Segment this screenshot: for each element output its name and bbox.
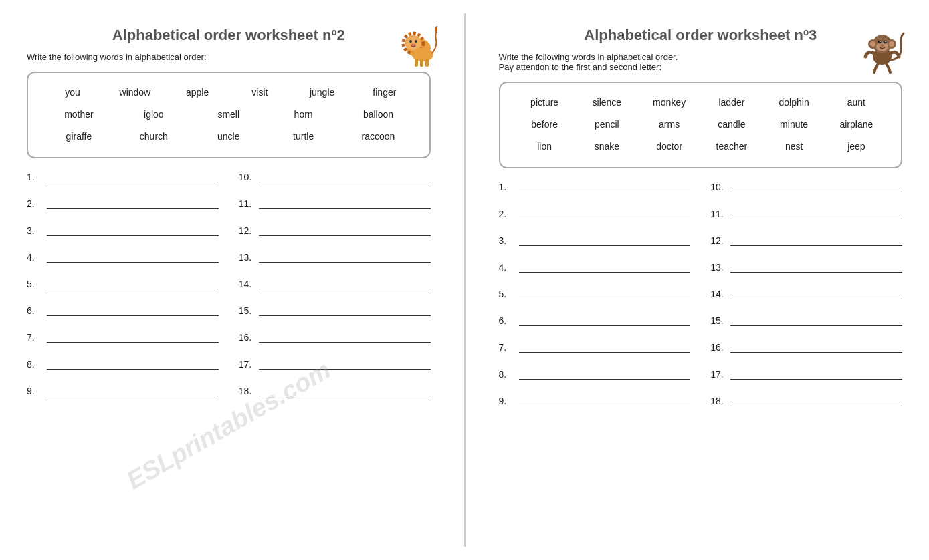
word-lion: lion bbox=[521, 136, 568, 157]
svg-rect-10 bbox=[420, 59, 423, 67]
word-giraffe: giraffe bbox=[56, 126, 102, 147]
answer-5: 5. bbox=[27, 277, 219, 289]
word-picture: picture bbox=[521, 92, 568, 113]
word-balloon: balloon bbox=[355, 104, 402, 125]
svg-point-3 bbox=[406, 37, 421, 50]
lion-icon bbox=[384, 20, 437, 74]
answer-col-2: 10. 11. 12. 13. 14. 15. bbox=[239, 170, 431, 411]
answer-16: 16. bbox=[239, 331, 431, 343]
w3-answer-14: 14. bbox=[710, 287, 902, 299]
worksheet3-title: Alphabetical order worksheet nº3 bbox=[499, 27, 903, 44]
w3-answer-col-2: 10. 11. 12. 13. 14. 15. bbox=[710, 180, 902, 421]
w3-answer-6: 6. bbox=[499, 314, 691, 326]
worksheet2-title: Alphabetical order worksheet nº2 bbox=[27, 27, 431, 44]
worksheet3-word-box: picture silence monkey ladder dolphin au… bbox=[499, 82, 903, 168]
w3-answer-13: 13. bbox=[710, 261, 902, 273]
w3-word-row-2: before pencil arms candle minute airplan… bbox=[514, 114, 888, 135]
w3-answer-16: 16. bbox=[710, 341, 902, 353]
answer-18: 18. bbox=[239, 384, 431, 396]
w3-answer-15: 15. bbox=[710, 314, 902, 326]
word-smell: smell bbox=[205, 104, 252, 125]
svg-point-19 bbox=[878, 41, 882, 44]
svg-point-17 bbox=[889, 41, 894, 47]
word-silence: silence bbox=[583, 92, 630, 113]
worksheet2-answers: 1. 2. 3. 4. 5. 6. bbox=[27, 170, 431, 411]
w3-answer-11: 11. bbox=[710, 207, 902, 219]
word-church: church bbox=[130, 126, 177, 147]
svg-point-23 bbox=[880, 44, 884, 47]
word-doctor: doctor bbox=[646, 136, 693, 157]
word-visit: visit bbox=[236, 82, 283, 103]
word-minute: minute bbox=[770, 114, 817, 135]
w3-answer-17: 17. bbox=[710, 368, 902, 380]
svg-point-8 bbox=[435, 26, 437, 33]
word-before: before bbox=[521, 114, 568, 135]
worksheet-3: Alphabetical order worksheet nº3 Write t… bbox=[486, 13, 916, 547]
word-uncle: uncle bbox=[205, 126, 252, 147]
w3-answer-1: 1. bbox=[499, 180, 691, 192]
word-jeep: jeep bbox=[833, 136, 880, 157]
word-aunt: aunt bbox=[833, 92, 880, 113]
answer-col-1: 1. 2. 3. 4. 5. 6. bbox=[27, 170, 219, 411]
word-horn: horn bbox=[280, 104, 327, 125]
w3-answer-8: 8. bbox=[499, 368, 691, 380]
word-nest: nest bbox=[770, 136, 817, 157]
answer-11: 11. bbox=[239, 197, 431, 209]
worksheet3-instruction: Write the following words in alphabetica… bbox=[499, 52, 903, 72]
answer-14: 14. bbox=[239, 277, 431, 289]
word-row-3: giraffe church uncle turtle raccoon bbox=[41, 126, 416, 147]
page-divider bbox=[464, 13, 466, 547]
answer-15: 15. bbox=[239, 304, 431, 316]
answer-12: 12. bbox=[239, 224, 431, 236]
answer-1: 1. bbox=[27, 170, 219, 182]
word-you: you bbox=[49, 82, 96, 103]
worksheet2-instruction: Write the following words in alphabetica… bbox=[27, 52, 431, 62]
w3-answer-9: 9. bbox=[499, 394, 691, 406]
w3-answer-7: 7. bbox=[499, 341, 691, 353]
answer-7: 7. bbox=[27, 331, 219, 343]
word-candle: candle bbox=[708, 114, 755, 135]
word-apple: apple bbox=[174, 82, 221, 103]
word-raccoon: raccoon bbox=[355, 126, 402, 147]
word-pencil: pencil bbox=[583, 114, 630, 135]
svg-point-5 bbox=[415, 40, 417, 43]
svg-point-4 bbox=[409, 40, 412, 43]
word-row-2: mother igloo smell horn balloon bbox=[41, 104, 416, 125]
w3-answer-4: 4. bbox=[499, 261, 691, 273]
svg-point-20 bbox=[884, 41, 887, 44]
svg-point-15 bbox=[870, 41, 875, 47]
svg-point-21 bbox=[880, 41, 881, 43]
w3-answer-12: 12. bbox=[710, 234, 902, 246]
w3-answer-3: 3. bbox=[499, 234, 691, 246]
answer-17: 17. bbox=[239, 358, 431, 370]
word-monkey: monkey bbox=[646, 92, 693, 113]
answer-6: 6. bbox=[27, 304, 219, 316]
word-snake: snake bbox=[583, 136, 630, 157]
w3-answer-10: 10. bbox=[710, 180, 902, 192]
w3-answer-col-1: 1. 2. 3. 4. 5. 6. bbox=[499, 180, 691, 421]
w3-answer-18: 18. bbox=[710, 394, 902, 406]
word-row-1: you window apple visit jungle finger bbox=[41, 82, 416, 103]
word-airplane: airplane bbox=[833, 114, 880, 135]
worksheet2-word-box: you window apple visit jungle finger mot… bbox=[27, 72, 431, 158]
word-teacher: teacher bbox=[708, 136, 755, 157]
word-finger: finger bbox=[361, 82, 408, 103]
w3-word-row-1: picture silence monkey ladder dolphin au… bbox=[514, 92, 888, 113]
svg-rect-9 bbox=[415, 59, 418, 67]
answer-4: 4. bbox=[27, 251, 219, 263]
word-jungle: jungle bbox=[299, 82, 346, 103]
word-igloo: igloo bbox=[130, 104, 177, 125]
w3-word-row-3: lion snake doctor teacher nest jeep bbox=[514, 136, 888, 157]
worksheet-2: Alphabetical order worksheet nº2 Write t… bbox=[13, 13, 444, 547]
word-mother: mother bbox=[56, 104, 102, 125]
monkey-icon bbox=[855, 20, 909, 74]
word-ladder: ladder bbox=[708, 92, 755, 113]
answer-9: 9. bbox=[27, 384, 219, 396]
svg-point-22 bbox=[885, 41, 886, 43]
word-turtle: turtle bbox=[280, 126, 327, 147]
svg-rect-11 bbox=[425, 59, 429, 67]
word-dolphin: dolphin bbox=[770, 92, 817, 113]
answer-2: 2. bbox=[27, 197, 219, 209]
answer-3: 3. bbox=[27, 224, 219, 236]
w3-answer-2: 2. bbox=[499, 207, 691, 219]
